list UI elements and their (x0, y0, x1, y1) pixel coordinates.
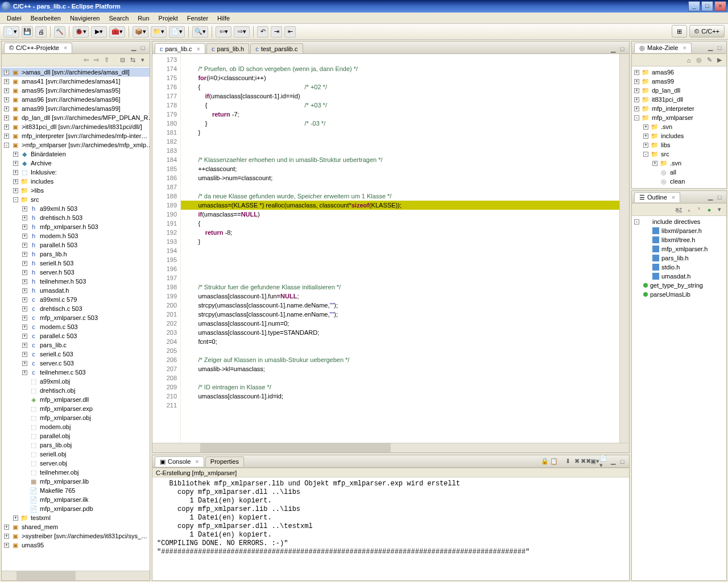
expand-icon[interactable] (22, 425, 27, 430)
outline-tab[interactable]: ☰ Outline × (634, 192, 680, 202)
expand-icon[interactable]: + (4, 88, 9, 93)
tree-item[interactable]: +▣amas95 [svn://archimedes/amas95] (2, 86, 150, 95)
tree-item[interactable]: +▣amas41 [svn://archimedes/amas41] (2, 77, 150, 86)
expand-icon[interactable]: + (22, 306, 27, 311)
tree-item[interactable]: +ca99xml.c 579 (2, 295, 150, 304)
expand-icon[interactable]: + (643, 188, 648, 189)
expand-icon[interactable]: + (13, 170, 18, 175)
open-perspective-button[interactable]: ⊞ (672, 25, 687, 38)
expand-icon[interactable]: + (22, 297, 27, 302)
maximize-view-button[interactable]: □ (618, 457, 627, 466)
expand-icon[interactable] (22, 443, 27, 448)
tree-item[interactable]: ◎clean (632, 177, 726, 186)
expand-icon[interactable]: + (22, 315, 27, 321)
tree-item[interactable]: +hparallel.h 503 (2, 240, 150, 250)
expand-icon[interactable]: + (4, 97, 9, 102)
tree-item[interactable]: ⬚server.obj (2, 459, 150, 468)
build-target-icon[interactable]: ▶ (715, 56, 724, 65)
expand-icon[interactable]: + (13, 161, 18, 166)
outline-item[interactable]: libxml/tree.h (632, 235, 726, 244)
minimize-view-button[interactable]: ▁ (706, 193, 715, 202)
expand-icon[interactable]: + (22, 252, 27, 257)
expand-icon[interactable]: + (4, 70, 9, 75)
close-icon[interactable]: × (195, 458, 198, 465)
make-targets-tab[interactable]: ◎ Make-Ziele × (634, 43, 692, 53)
expand-icon[interactable]: + (4, 124, 9, 130)
pin-icon[interactable]: 🔒 (540, 457, 549, 466)
tree-item[interactable]: +humasdat.h (2, 286, 150, 295)
minimize-button[interactable]: _ (688, 1, 700, 11)
debug-button[interactable]: 🐞▾ (73, 26, 89, 38)
menu-hilfe[interactable]: Hilfe (213, 14, 234, 23)
tree-item[interactable]: +hmodem.h 503 (2, 231, 150, 240)
make-targets-tree[interactable]: +📁amas96+📁amas99+📁dp_lan_dll+📁it831pci_d… (632, 66, 726, 188)
expand-icon[interactable]: + (634, 79, 639, 84)
filter-fields-icon[interactable]: ₓ (684, 205, 693, 214)
expand-icon[interactable]: + (4, 79, 9, 84)
tree-item[interactable]: +▣>amas_dll [svn://archimedes/amas_dll] (2, 68, 150, 77)
cpp-perspective-button[interactable]: © C/C++ (689, 25, 725, 38)
expand-icon[interactable]: + (22, 234, 27, 239)
expand-icon[interactable] (22, 506, 27, 512)
tree-item[interactable]: +📁.svn (632, 122, 726, 131)
expand-icon[interactable]: + (22, 243, 27, 248)
tree-item[interactable]: +📁dp_lan_dll (632, 86, 726, 95)
expand-icon[interactable]: + (22, 325, 27, 330)
last-edit-button[interactable]: ↶ (257, 26, 268, 38)
tree-item[interactable]: +▣dp_lan_dll [svn://archimedes/MFP_DPLAN… (2, 113, 150, 122)
tree-item[interactable]: 📄mfp_xmlparser.ilk (2, 495, 150, 504)
print-button[interactable]: 🖨 (35, 26, 47, 38)
expand-icon[interactable]: + (4, 534, 9, 539)
tree-item[interactable]: ▦mfp_xmlparser.lib (2, 477, 150, 486)
remove-icon[interactable]: ✖ (572, 457, 581, 466)
tree-item[interactable]: +cteilnehmer.c 503 (2, 368, 150, 377)
minimize-editor-button[interactable]: ▁ (609, 44, 618, 53)
expand-icon[interactable] (22, 397, 27, 402)
menu-datei[interactable]: Datei (2, 14, 26, 23)
expand-icon[interactable] (22, 415, 27, 421)
build-button[interactable]: 🔨 (54, 26, 65, 38)
console-output[interactable]: Bibliothek mfp_xmlparser.lib und Objekt … (152, 477, 629, 580)
tree-item[interactable]: ⬚pars_lib.obj (2, 440, 150, 450)
outline-item[interactable]: libxml/parser.h (632, 226, 726, 235)
close-icon[interactable]: × (682, 44, 686, 51)
expand-icon[interactable]: + (13, 179, 18, 184)
tree-item[interactable]: +cmfp_xmlparser.c 503 (2, 313, 150, 322)
link-icon[interactable]: ⇆ (128, 56, 137, 65)
expand-icon[interactable] (22, 379, 27, 384)
expand-icon[interactable]: + (652, 161, 657, 166)
tree-item[interactable]: +hserver.h 503 (2, 268, 150, 277)
outline-item[interactable]: stdio.h (632, 263, 726, 272)
menu-fenster[interactable]: Fenster (183, 14, 213, 23)
maximize-view-button[interactable]: □ (715, 193, 724, 202)
nav-back-button[interactable]: ⇦▾ (216, 26, 231, 38)
editor-tab[interactable]: cpars_lib.h (206, 43, 249, 53)
tree-item[interactable]: +hteilnehmer.h 503 (2, 277, 150, 286)
tree-item[interactable]: -📁mfp_xmlparser (632, 113, 726, 122)
expand-icon[interactable]: + (22, 370, 27, 375)
back-icon[interactable]: ⇦ (81, 56, 90, 65)
remove-all-icon[interactable]: ✖✖ (581, 457, 590, 466)
tree-item[interactable]: +▣amas96 [svn://archimedes/amas96] (2, 95, 150, 104)
expand-icon[interactable] (22, 406, 27, 411)
tree-item[interactable]: +cdrehtisch.c 503 (2, 304, 150, 313)
add-target-icon[interactable]: ◎ (694, 56, 704, 65)
expand-icon[interactable]: + (4, 543, 9, 548)
editor-h-scrollbar[interactable] (152, 443, 629, 452)
menu-search[interactable]: Search (105, 14, 134, 23)
expand-icon[interactable]: + (22, 270, 27, 275)
expand-icon[interactable]: + (13, 188, 18, 193)
expand-icon[interactable] (22, 434, 27, 439)
tree-item[interactable]: +cserver.c 503 (2, 359, 150, 368)
tree-item[interactable]: +hseriell.h 503 (2, 259, 150, 268)
expand-icon[interactable]: + (22, 206, 27, 211)
expand-icon[interactable]: - (4, 143, 9, 148)
expand-icon[interactable]: + (22, 261, 27, 266)
tree-item[interactable]: +📁testxml (632, 186, 726, 188)
menu-icon[interactable]: ▾ (715, 205, 724, 214)
new-folder-button[interactable]: 📁▾ (151, 26, 167, 38)
tree-item[interactable]: +hdrehtisch.h 503 (2, 213, 150, 222)
menu-bearbeiten[interactable]: Bearbeiten (26, 14, 65, 23)
expand-icon[interactable]: + (4, 134, 9, 139)
editor-scrollbar[interactable] (619, 54, 629, 443)
